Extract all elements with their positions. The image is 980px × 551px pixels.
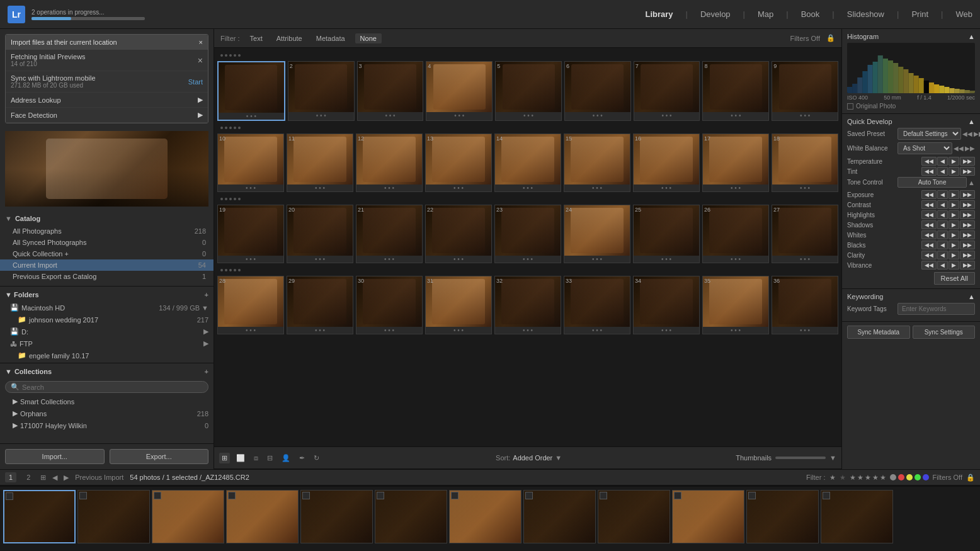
hl-dec[interactable]: ◀ [937, 210, 948, 219]
nav-map[interactable]: Map [758, 9, 773, 19]
photo-cell[interactable]: 21 • • • [356, 205, 423, 263]
sync-settings-button[interactable]: Sync Settings [913, 326, 976, 339]
import-item-1-start[interactable]: Start [188, 78, 203, 86]
hl-dec-large[interactable]: ◀◀ [921, 210, 937, 219]
photo-cell[interactable]: 10 • • • [217, 133, 284, 192]
photo-options-dots[interactable]: • • • [634, 112, 700, 119]
page-1-btn[interactable]: 1 [5, 472, 16, 482]
thumbnail-size-slider[interactable] [775, 457, 826, 459]
filmstrip-thumb[interactable] [523, 490, 596, 543]
photo-options-dots[interactable]: • • • [772, 327, 838, 334]
photo-options-dots[interactable]: • • • [495, 185, 561, 191]
nav-slideshow[interactable]: Slideshow [847, 9, 884, 19]
photo-cell[interactable]: 34 • • • [633, 276, 700, 334]
photo-cell[interactable]: 19 • • • [217, 205, 284, 263]
photo-cell[interactable]: 31 • • • [425, 276, 492, 334]
sh-inc-large[interactable]: ▶▶ [960, 220, 975, 229]
filmstrip-thumb[interactable] [3, 490, 76, 543]
con-inc-large[interactable]: ▶▶ [960, 200, 975, 209]
photo-cell[interactable]: 8 • • • [702, 61, 769, 121]
folders-add-icon[interactable]: + [205, 291, 208, 298]
photo-options-dots[interactable]: • • • [772, 112, 838, 119]
qd-wb-left[interactable]: ◀◀ [954, 145, 964, 152]
filter-star-icon[interactable]: ★ [829, 474, 836, 482]
filter-text-btn[interactable]: Text [246, 33, 266, 43]
photo-cell[interactable]: • • • [217, 61, 285, 121]
tint-dec[interactable]: ◀ [937, 167, 948, 176]
filter-metadata-btn[interactable]: Metadata [312, 33, 349, 43]
photo-cell[interactable]: 13 • • • [425, 133, 492, 192]
filter-attribute-btn[interactable]: Attribute [273, 33, 306, 43]
photo-cell[interactable]: 18 • • • [772, 133, 838, 192]
filter-star-off-icon[interactable]: ★ [840, 474, 846, 482]
sh-dec[interactable]: ◀ [937, 220, 948, 229]
next-arrow-icon[interactable]: ▶ [64, 474, 69, 482]
photo-cell[interactable]: 23 • • • [494, 205, 561, 263]
import-close-button[interactable]: × [199, 38, 203, 46]
folders-header[interactable]: ▼ Folders + [0, 288, 214, 302]
photo-options-dots[interactable]: • • • [634, 327, 699, 334]
photo-cell[interactable]: 6 • • • [564, 61, 631, 121]
filmstrip-thumb[interactable] [77, 490, 150, 543]
con-dec-large[interactable]: ◀◀ [921, 200, 937, 209]
photo-options-dots[interactable]: • • • [426, 112, 492, 119]
import-item-3[interactable]: Face Detection ▶ [6, 108, 208, 123]
photo-cell[interactable]: 29 • • • [287, 276, 353, 334]
bl-dec[interactable]: ◀ [937, 241, 948, 249]
nav-book[interactable]: Book [801, 9, 820, 19]
import-item-2[interactable]: Address Lookup ▶ [6, 93, 208, 108]
collection-orphans[interactable]: ▶ Orphans 218 [0, 407, 214, 419]
filmstrip-thumb[interactable] [449, 490, 521, 543]
nav-print[interactable]: Print [911, 9, 928, 19]
rotate-tool[interactable]: ↻ [311, 453, 322, 463]
photo-options-dots[interactable]: • • • [564, 256, 630, 263]
photo-options-dots[interactable]: • • • [356, 185, 422, 191]
temp-inc-large[interactable]: ▶▶ [960, 157, 975, 166]
export-button[interactable]: Export... [110, 449, 209, 464]
photo-cell[interactable]: 22 • • • [425, 205, 492, 263]
prev-arrow-icon[interactable]: ◀ [52, 474, 57, 482]
qd-preset-right-arrow[interactable]: ▶▶ [974, 130, 980, 137]
photo-cell[interactable]: 28 • • • [217, 276, 284, 334]
photo-cell[interactable]: 7 • • • [634, 61, 700, 121]
cl-inc[interactable]: ▶ [949, 251, 959, 259]
collections-add-icon[interactable]: + [205, 368, 208, 375]
cl-dec-large[interactable]: ◀◀ [921, 251, 937, 259]
vib-dec-large[interactable]: ◀◀ [921, 261, 937, 270]
hl-inc[interactable]: ▶ [949, 210, 959, 219]
import-button[interactable]: Import... [5, 449, 105, 464]
wh-inc-large[interactable]: ▶▶ [960, 230, 975, 239]
filter-none-btn[interactable]: None [355, 33, 382, 43]
tint-dec-large[interactable]: ◀◀ [921, 167, 937, 176]
photo-options-dots[interactable]: • • • [218, 185, 283, 191]
wh-inc[interactable]: ▶ [949, 230, 959, 239]
wh-dec[interactable]: ◀ [937, 230, 948, 239]
photo-options-dots[interactable]: • • • [287, 185, 353, 191]
photo-options-dots[interactable]: • • • [703, 112, 768, 119]
folder-d[interactable]: 💾 D: ▶ [0, 326, 214, 338]
photo-cell[interactable]: 16 • • • [633, 133, 700, 192]
photo-cell[interactable]: 9 • • • [772, 61, 838, 121]
nav-web[interactable]: Web [956, 9, 973, 19]
hl-inc-large[interactable]: ▶▶ [960, 210, 975, 219]
sort-value[interactable]: Added Order [513, 454, 552, 462]
photo-cell[interactable]: 4 • • • [426, 61, 493, 121]
photo-cell[interactable]: 5 • • • [495, 61, 562, 121]
photo-options-dots[interactable]: • • • [772, 185, 838, 191]
catalog-all-synced[interactable]: All Synced Photographs 0 [0, 237, 214, 248]
sh-inc[interactable]: ▶ [949, 220, 959, 229]
photo-cell[interactable]: 2 • • • [288, 61, 355, 121]
photo-options-dots[interactable]: • • • [564, 327, 630, 334]
photo-options-dots[interactable]: • • • [634, 256, 699, 263]
exp-inc[interactable]: ▶ [949, 190, 959, 199]
keywording-title[interactable]: Keywording ▲ [847, 293, 975, 300]
photo-options-dots[interactable]: • • • [703, 185, 768, 191]
sort-arrow-icon[interactable]: ▼ [555, 454, 562, 462]
filmstrip-grid-icon[interactable]: ⊞ [40, 474, 46, 482]
catalog-all-photographs[interactable]: All Photographs 218 [0, 225, 214, 237]
reset-all-button[interactable]: Reset All [934, 272, 975, 285]
keyword-tags-input[interactable] [897, 303, 975, 315]
collection-hayley[interactable]: ▶ 171007 Hayley Wilkin 0 [0, 419, 214, 431]
filmstrip-thumb[interactable] [746, 490, 819, 543]
con-inc[interactable]: ▶ [949, 200, 959, 209]
